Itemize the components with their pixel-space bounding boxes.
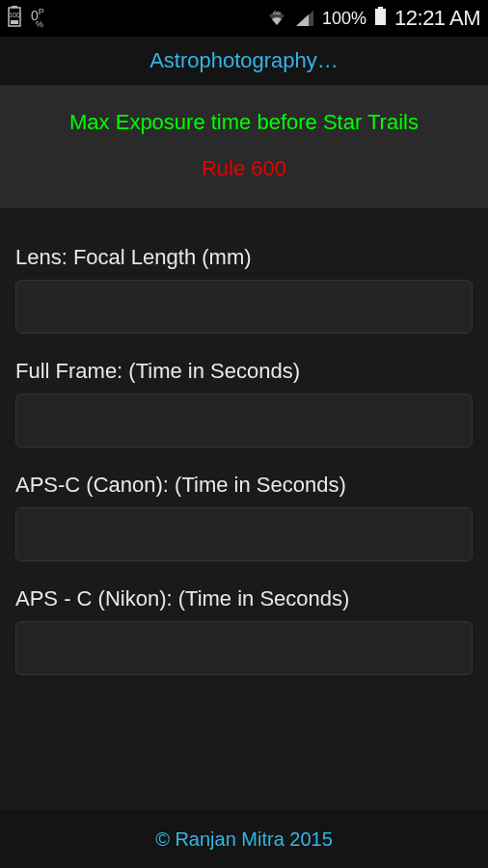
wifi-icon: ↑↓ [266, 10, 287, 27]
full-frame-group: Full Frame: (Time in Seconds) [15, 359, 473, 448]
form-section: Lens: Focal Length (mm) Full Frame: (Tim… [0, 208, 488, 675]
status-bar: 100 0P % ↑↓ 100% [0, 0, 488, 37]
app-header: Astrophotography… [0, 37, 488, 85]
apsc-nikon-label: APS - C (Nikon): (Time in Seconds) [15, 586, 473, 611]
apsc-canon-input[interactable] [15, 507, 473, 561]
signal-icon [295, 10, 314, 27]
battery-full-icon [374, 7, 387, 30]
data-usage-icon: 0P % [31, 8, 44, 29]
apsc-canon-group: APS-C (Canon): (Time in Seconds) [15, 473, 473, 561]
svg-rect-5 [378, 7, 383, 9]
focal-length-label: Lens: Focal Length (mm) [15, 245, 473, 270]
focal-length-group: Lens: Focal Length (mm) [15, 245, 473, 334]
full-frame-input[interactable] [15, 393, 473, 448]
svg-rect-2 [11, 20, 18, 24]
apsc-nikon-group: APS - C (Nikon): (Time in Seconds) [15, 586, 473, 675]
svg-rect-6 [375, 9, 386, 25]
apsc-canon-label: APS-C (Canon): (Time in Seconds) [15, 473, 473, 498]
rule-label: Rule 600 [10, 156, 478, 181]
focal-length-input[interactable] [15, 280, 473, 334]
battery-percent-text: 100% [322, 9, 366, 29]
copyright-text: © Ranjan Mitra 2015 [155, 828, 333, 851]
exposure-title: Max Exposure time before Star Trails [10, 110, 478, 135]
battery-small-icon: 100 [8, 6, 21, 31]
status-left: 100 0P % [8, 6, 44, 31]
apsc-nikon-input[interactable] [15, 621, 473, 675]
app-title: Astrophotography… [149, 48, 339, 73]
svg-text:100: 100 [9, 12, 20, 18]
svg-text:↑↓: ↑↓ [274, 10, 281, 15]
status-right: ↑↓ 100% 12:21 AM [266, 6, 480, 31]
footer: © Ranjan Mitra 2015 [0, 810, 488, 868]
info-section: Max Exposure time before Star Trails Rul… [0, 85, 488, 208]
clock: 12:21 AM [394, 6, 480, 31]
full-frame-label: Full Frame: (Time in Seconds) [15, 359, 473, 384]
